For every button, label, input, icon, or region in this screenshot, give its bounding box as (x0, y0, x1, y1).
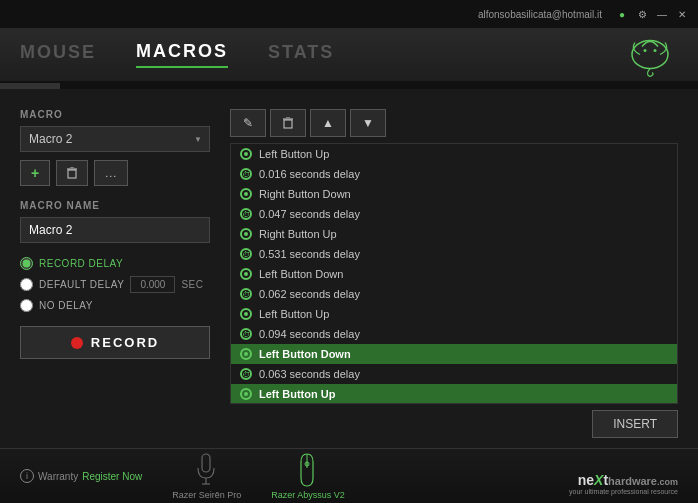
list-item[interactable]: 0.063 seconds delay (231, 364, 677, 384)
list-item[interactable]: Left Button Up (231, 384, 677, 404)
record-delay-label: RECORD DELAY (39, 258, 123, 269)
warranty-info-icon: i (20, 469, 34, 483)
move-down-button[interactable]: ▼ (350, 109, 386, 137)
move-up-button[interactable]: ▲ (310, 109, 346, 137)
action-icon (239, 187, 253, 201)
warranty-section: i Warranty Register Now (20, 469, 142, 483)
macro-name-label: MACRO NAME (20, 200, 210, 211)
macro-name-input[interactable] (20, 217, 210, 243)
device-seiren-pro[interactable]: Razer Seirēn Pro (172, 452, 241, 500)
action-icon (239, 347, 253, 361)
action-icon (239, 387, 253, 401)
delay-icon (239, 367, 253, 381)
top-bar: alfonsobasilicata@hotmail.it ● ⚙ — ✕ (0, 0, 698, 28)
minimize-icon[interactable]: — (654, 6, 670, 22)
tab-macros[interactable]: MACROS (136, 41, 228, 68)
list-item[interactable]: 0.062 seconds delay (231, 284, 677, 304)
macro-select[interactable]: Macro 2 Macro 1 Macro 3 (20, 126, 210, 152)
abyssus-v2-icon (296, 452, 320, 488)
tab-stats[interactable]: STATS (268, 42, 334, 67)
list-item[interactable]: 0.047 seconds delay (231, 204, 677, 224)
list-item-text: 0.047 seconds delay (259, 208, 669, 220)
list-item[interactable]: 0.016 seconds delay (231, 164, 677, 184)
edit-button[interactable]: ✎ (230, 109, 266, 137)
delete-item-button[interactable] (270, 109, 306, 137)
nav-bar: MOUSE MACROS STATS (0, 28, 698, 83)
list-item[interactable]: 0.531 seconds delay (231, 244, 677, 264)
list-item-text: Right Button Up (259, 228, 669, 240)
svg-rect-6 (284, 120, 292, 128)
record-delay-option[interactable]: RECORD DELAY (20, 257, 210, 270)
list-item[interactable]: Right Button Down (231, 184, 677, 204)
no-delay-option[interactable]: NO DELAY (20, 299, 210, 312)
register-now-link[interactable]: Register Now (82, 471, 142, 482)
warranty-text: Warranty (38, 471, 78, 482)
seiren-pro-icon (195, 452, 219, 488)
list-item-text: Left Button Down (259, 268, 669, 280)
list-item-text: 0.094 seconds delay (259, 328, 669, 340)
delay-icon (239, 207, 253, 221)
nexthardware-logo: neXthardware.com your ultimate professio… (569, 472, 678, 495)
record-dot (71, 337, 83, 349)
list-item[interactable]: Left Button Down (231, 264, 677, 284)
delay-icon (239, 287, 253, 301)
list-item-text: Right Button Down (259, 188, 669, 200)
info-letter: i (26, 471, 28, 481)
delay-icon (239, 327, 253, 341)
record-button[interactable]: RECORD (20, 326, 210, 359)
list-item[interactable]: Left Button Up (231, 144, 677, 164)
list-item-text: 0.016 seconds delay (259, 168, 669, 180)
list-item-text: 0.531 seconds delay (259, 248, 669, 260)
macro-toolbar: ✎ ▲ ▼ (230, 109, 678, 137)
insert-row: INSERT (230, 404, 678, 438)
delay-icon (239, 167, 253, 181)
no-delay-label: NO DELAY (39, 300, 93, 311)
settings-icon[interactable]: ⚙ (634, 6, 650, 22)
list-item-text: 0.062 seconds delay (259, 288, 669, 300)
default-delay-input[interactable] (130, 276, 175, 293)
macro-buttons: + ... (20, 160, 210, 186)
action-icon (239, 147, 253, 161)
nexthardware-sub: your ultimate professional resource (569, 488, 678, 495)
default-delay-label: DEFAULT DELAY (39, 279, 124, 290)
record-delay-radio[interactable] (20, 257, 33, 270)
add-macro-button[interactable]: + (20, 160, 50, 186)
list-item-text: Left Button Up (259, 388, 669, 400)
svg-point-0 (632, 40, 668, 68)
radio-group: RECORD DELAY DEFAULT DELAY SEC NO DELAY (20, 257, 210, 312)
svg-rect-9 (202, 454, 210, 472)
delete-macro-button[interactable] (56, 160, 88, 186)
no-delay-radio[interactable] (20, 299, 33, 312)
insert-button[interactable]: INSERT (592, 410, 678, 438)
list-item-text: Left Button Up (259, 308, 669, 320)
bottom-bar: i Warranty Register Now Razer Seirēn Pro (0, 448, 698, 503)
list-item-text: Left Button Up (259, 148, 669, 160)
seiren-pro-label: Razer Seirēn Pro (172, 490, 241, 500)
tab-mouse[interactable]: MOUSE (20, 42, 96, 67)
action-icon (239, 267, 253, 281)
macro-list[interactable]: Left Button Up0.016 seconds delayRight B… (230, 143, 678, 404)
top-bar-icons: ● ⚙ — ✕ (614, 6, 690, 22)
record-label: RECORD (91, 335, 159, 350)
right-panel: ✎ ▲ ▼ Left Button Up0.016 seconds delayR… (230, 109, 678, 438)
list-item[interactable]: Left Button Up (231, 304, 677, 324)
default-delay-radio[interactable] (20, 278, 33, 291)
macro-label: MACRO (20, 109, 210, 120)
close-icon[interactable]: ✕ (674, 6, 690, 22)
razer-logo (623, 32, 678, 77)
list-item[interactable]: Left Button Down (231, 344, 677, 364)
macro-select-wrapper: Macro 2 Macro 1 Macro 3 (20, 126, 210, 152)
action-icon (239, 307, 253, 321)
list-item[interactable]: 0.094 seconds delay (231, 324, 677, 344)
user-email: alfonsobasilicata@hotmail.it (8, 9, 608, 20)
default-delay-option[interactable]: DEFAULT DELAY SEC (20, 276, 210, 293)
svg-point-2 (654, 49, 657, 52)
nexthardware-title: neXthardware.com (578, 472, 678, 488)
delay-icon (239, 247, 253, 261)
more-macro-button[interactable]: ... (94, 160, 128, 186)
device-abyssus-v2[interactable]: Razer Abyssus V2 (271, 452, 345, 500)
main-content: MACRO Macro 2 Macro 1 Macro 3 + ... MACR… (0, 89, 698, 448)
list-item[interactable]: Right Button Up (231, 224, 677, 244)
wifi-icon: ● (614, 6, 630, 22)
svg-rect-3 (68, 170, 76, 178)
